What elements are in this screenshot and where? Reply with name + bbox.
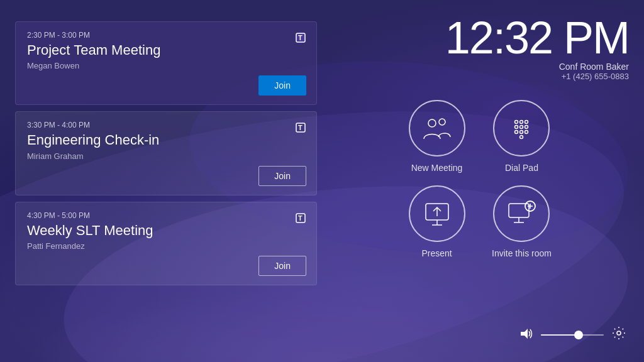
meeting-title-3: Weekly SLT Meeting (27, 222, 306, 239)
new-meeting-label: New Meeting (411, 163, 463, 173)
svg-point-12 (520, 126, 523, 129)
invite-room-button[interactable]: Invite this room (492, 185, 552, 258)
meeting-card-1: T 2:30 PM - 3:00 PM Project Team Meeting… (15, 21, 317, 105)
meeting-time-3: 4:30 PM - 5:00 PM (27, 211, 306, 220)
invite-room-label: Invite this room (492, 248, 552, 258)
join-button-1[interactable]: Join (258, 75, 306, 96)
svg-point-17 (520, 136, 523, 139)
new-meeting-button[interactable]: New Meeting (407, 100, 467, 173)
new-meeting-circle (409, 100, 465, 156)
dial-pad-label: Dial Pad (505, 163, 538, 173)
present-label: Present (421, 248, 452, 258)
teams-icon-3: T (292, 211, 306, 228)
present-circle (409, 185, 465, 242)
meeting-organizer-2: Miriam Graham (27, 151, 306, 161)
svg-point-11 (515, 126, 518, 129)
meeting-title-2: Engineering Check-in (27, 132, 306, 148)
dial-pad-button[interactable]: Dial Pad (492, 100, 552, 173)
dial-pad-circle (493, 100, 550, 156)
svg-point-7 (439, 119, 445, 125)
teams-icon-2: T (292, 121, 306, 138)
settings-icon[interactable] (611, 326, 626, 344)
meeting-card-2: T 3:30 PM - 4:00 PM Engineering Check-in… (15, 111, 317, 195)
svg-marker-28 (521, 329, 528, 339)
join-button-2[interactable]: Join (258, 166, 306, 186)
svg-point-9 (520, 121, 523, 124)
meeting-title-1: Project Team Meeting (27, 42, 306, 58)
svg-rect-22 (509, 204, 529, 217)
clock-display: 12:32 PM (445, 15, 629, 60)
volume-icon (519, 328, 533, 343)
actions-grid: New Meeting (407, 100, 552, 258)
meeting-time-2: 3:30 PM - 4:00 PM (27, 121, 306, 129)
svg-point-15 (520, 131, 523, 134)
slider-track (541, 334, 604, 336)
header-right: 12:32 PM Conf Room Baker +1 (425) 655-08… (445, 15, 629, 81)
teams-icon-1: T (292, 31, 306, 48)
svg-point-6 (428, 119, 436, 127)
meeting-card-3: T 4:30 PM - 5:00 PM Weekly SLT Meeting P… (15, 202, 317, 285)
svg-point-8 (515, 121, 518, 124)
invite-room-circle (493, 185, 550, 242)
svg-text:T: T (298, 124, 303, 131)
present-button[interactable]: Present (407, 185, 467, 258)
slider-fill (541, 334, 579, 336)
meeting-organizer-1: Megan Bowen (27, 61, 306, 70)
svg-point-16 (525, 131, 528, 134)
svg-text:T: T (298, 214, 303, 222)
svg-point-14 (515, 131, 518, 134)
svg-text:T: T (298, 34, 303, 41)
svg-point-13 (525, 126, 528, 129)
room-phone: +1 (425) 655-0883 (445, 72, 629, 81)
svg-point-29 (617, 331, 621, 335)
room-name: Conf Room Baker (445, 62, 629, 72)
join-button-3[interactable]: Join (258, 256, 306, 276)
meetings-panel: T 2:30 PM - 3:00 PM Project Team Meeting… (15, 15, 317, 347)
slider-thumb (574, 331, 583, 339)
meeting-organizer-3: Patti Fernandez (27, 241, 306, 251)
bottom-controls (342, 326, 629, 347)
meeting-time-1: 2:30 PM - 3:00 PM (27, 31, 306, 40)
volume-slider[interactable] (541, 334, 604, 336)
right-panel: 12:32 PM Conf Room Baker +1 (425) 655-08… (342, 15, 629, 347)
svg-point-10 (525, 121, 528, 124)
